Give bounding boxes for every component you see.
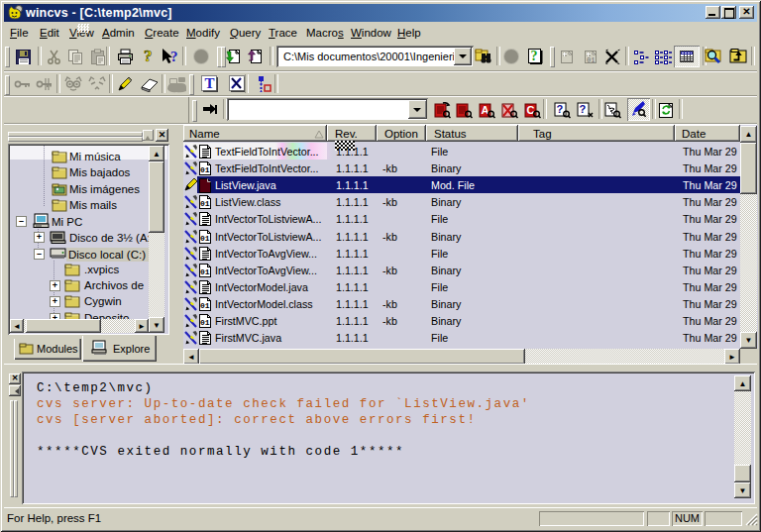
svg-text:?: ? [580,103,587,115]
svg-text:T: T [205,75,215,91]
svg-text:?: ? [170,49,178,64]
svg-text:?: ? [557,103,564,115]
svg-text:01: 01 [587,56,595,64]
svg-text:?: ? [144,48,153,65]
svg-text:?: ? [531,49,538,63]
